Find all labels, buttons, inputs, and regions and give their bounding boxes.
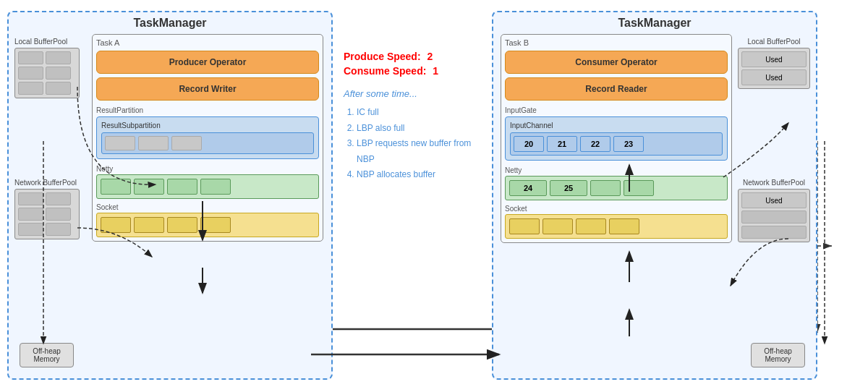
info-list-item-2: LBP also full (357, 121, 480, 137)
netty-cell (167, 179, 197, 195)
empty-cell-2 (741, 226, 807, 239)
channel-cell-23: 23 (613, 136, 644, 152)
netty-cell-24: 24 (509, 180, 547, 196)
buffer-cell (46, 67, 71, 80)
input-gate-box: InputChannel 20 21 22 23 (505, 116, 728, 161)
produce-speed-value: 2 (427, 51, 433, 62)
netty-cell-empty2 (624, 180, 654, 196)
consumer-operator-box: Consumer Operator (505, 51, 728, 74)
buffer-cell (46, 208, 71, 221)
socket-cell-r2 (542, 218, 573, 234)
buffer-cell (46, 82, 71, 95)
used-cell-2: Used (741, 69, 807, 85)
buffer-cell (18, 67, 43, 80)
info-list-item-3: LBP requests new buffer from NBP (357, 136, 480, 167)
right-netty-row: 24 25 (505, 176, 728, 200)
used-cell-1: Used (741, 51, 807, 67)
right-network-bufferpool-label: Network BufferPool (738, 179, 810, 187)
used-cell-3: Used (741, 192, 807, 208)
input-gate-label: InputGate (505, 106, 728, 114)
subpartition-cell (105, 136, 135, 150)
socket-cell-r3 (576, 218, 606, 234)
netty-cell (101, 179, 131, 195)
info-list: IC full LBP also full LBP requests new b… (344, 105, 480, 183)
channel-cell-20: 20 (514, 136, 544, 152)
input-channel-cells: 20 21 22 23 (514, 136, 719, 152)
empty-cell-1 (741, 210, 807, 224)
produce-speed-label: Produce Speed: (344, 51, 421, 62)
record-reader-box: Record Reader (505, 77, 728, 101)
socket-cell (167, 217, 197, 233)
socket-cell-r4 (609, 218, 639, 234)
result-subpartition-label: ResultSubpartition (101, 122, 314, 129)
socket-cell (134, 217, 164, 233)
buffer-cell (18, 51, 43, 64)
right-socket-row (505, 214, 728, 239)
right-offheap-label: Off-heap Memory (754, 347, 802, 363)
right-local-bufferpool-label: Local BufferPool (738, 38, 810, 46)
result-partition-label: ResultPartition (96, 106, 319, 114)
left-netty-label: Netty (96, 165, 319, 173)
channel-cell-22: 22 (580, 136, 610, 152)
left-local-bufferpool-label: Local BufferPool (14, 38, 80, 46)
left-taskmanager-title: TaskManager (9, 12, 331, 30)
middle-panel: Produce Speed: 2 Consume Speed: 1 After … (336, 43, 488, 190)
right-netty-label: Netty (505, 166, 728, 174)
right-socket-label: Socket (505, 205, 728, 213)
buffer-cell (18, 192, 43, 205)
netty-cell (200, 179, 231, 195)
channel-cell-21: 21 (547, 136, 577, 152)
right-offheap-box: Off-heap Memory (751, 343, 805, 367)
subpartition-cell (138, 136, 169, 150)
left-netty-row (96, 174, 319, 199)
netty-cell-empty (590, 180, 621, 196)
buffer-cell (18, 208, 43, 221)
producer-operator-box: Producer Operator (96, 51, 319, 74)
buffer-cell (18, 223, 43, 236)
info-list-item-1: IC full (357, 105, 480, 121)
buffer-cell (46, 51, 71, 64)
socket-cell-r1 (509, 218, 540, 234)
left-offheap-label: Off-heap Memory (22, 347, 71, 363)
buffer-cell (46, 223, 71, 236)
consume-speed-label: Consume Speed: (344, 65, 426, 77)
socket-cell (200, 217, 231, 233)
produce-speed: Produce Speed: 2 (344, 51, 433, 62)
netty-cell-25: 25 (550, 180, 587, 196)
left-socket-label: Socket (96, 203, 319, 211)
record-writer-box: Record Writer (96, 77, 319, 101)
consume-speed-value: 1 (433, 65, 438, 77)
after-time-label: After some time... (344, 88, 417, 99)
input-channel-label: InputChannel (510, 122, 723, 129)
buffer-cell (46, 192, 71, 205)
netty-cell (134, 179, 164, 195)
result-partition-box: ResultSubpartition (96, 116, 319, 159)
consume-speed: Consume Speed: 1 (344, 65, 438, 77)
socket-cell (101, 217, 131, 233)
task-a-label: Task A (96, 38, 319, 47)
left-network-bufferpool-label: Network BufferPool (14, 179, 80, 187)
buffer-cell (18, 82, 43, 95)
info-list-item-4: NBP allocates buffer (357, 167, 480, 183)
left-offheap-box: Off-heap Memory (20, 343, 74, 367)
task-b-label: Task B (505, 38, 728, 47)
subpartition-cell (171, 136, 202, 150)
right-taskmanager-title: TaskManager (493, 12, 816, 30)
left-socket-row (96, 213, 319, 237)
